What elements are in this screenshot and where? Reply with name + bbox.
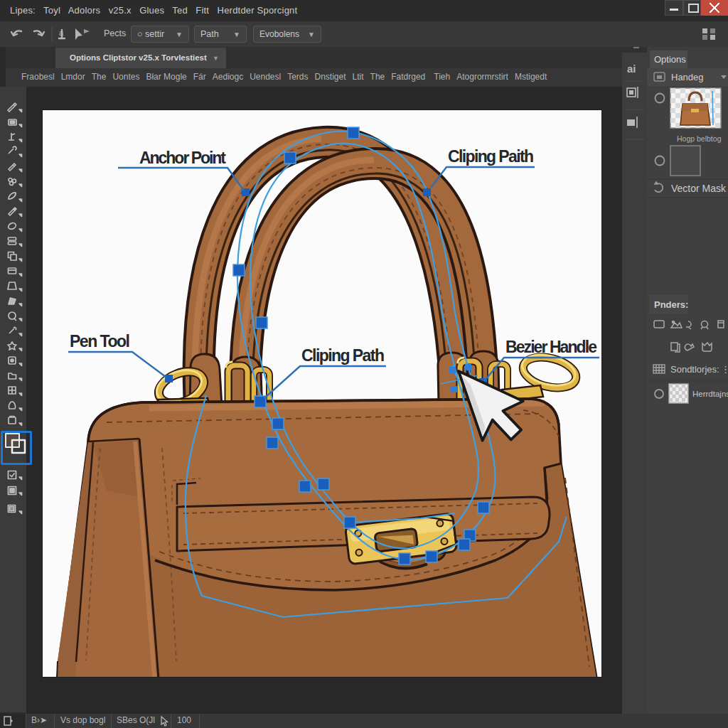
svg-text:Handeg: Handeg: [671, 72, 704, 82]
svg-text:Bezier Handle: Bezier Handle: [505, 338, 597, 356]
svg-text:Pen Tool: Pen Tool: [70, 332, 130, 350]
svg-text:a: a: [59, 28, 64, 37]
svg-text:Anchor Point: Anchor Point: [139, 149, 226, 167]
svg-text:Sondtlorjes:: Sondtlorjes:: [670, 364, 719, 375]
svg-text:Options: Options: [654, 54, 686, 65]
svg-text:ai: ai: [627, 63, 636, 75]
svg-text:Cliping Path: Cliping Path: [301, 346, 385, 365]
svg-text:⋮: ⋮: [721, 364, 728, 375]
svg-text:Cliping Paith: Cliping Paith: [448, 147, 534, 166]
svg-text:Hogp belbtog: Hogp belbtog: [677, 134, 722, 143]
svg-text:Vector Mask: Vector Mask: [671, 183, 727, 194]
svg-text:Herrdtajns: Herrdtajns: [692, 390, 728, 398]
svg-text:Pnders:: Pnders:: [654, 299, 688, 310]
